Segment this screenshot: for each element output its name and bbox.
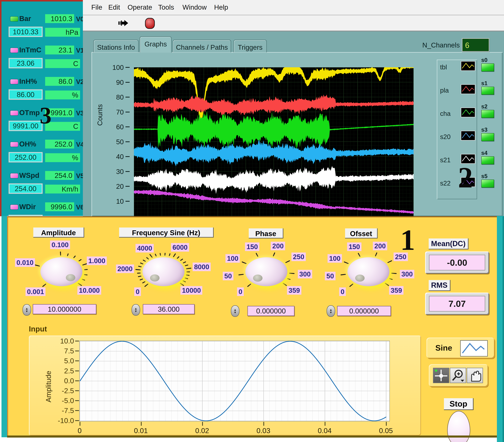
run-icon[interactable] xyxy=(118,18,129,28)
right-strip-shade xyxy=(503,216,504,442)
input-chart-plot[interactable] xyxy=(79,341,390,422)
zoom-tool-button[interactable] xyxy=(450,368,466,383)
knob-scale-2-250: 250 xyxy=(291,252,306,261)
graph-ytick-mark xyxy=(126,201,130,202)
knob-scale-3-100: 100 xyxy=(328,254,342,263)
input-ytick-mark xyxy=(75,380,79,381)
annotation-3: 3 xyxy=(40,104,52,127)
sensor-unit-WSpd: Km/h xyxy=(45,185,80,194)
legend-label-tbl: tbl xyxy=(440,63,447,71)
knob-scale-2-100: 100 xyxy=(226,254,240,263)
knob-scale-1-10000: 10000 xyxy=(180,286,202,295)
input-xtick-mark xyxy=(202,422,203,426)
knob-spinner-2[interactable]: ▲ ▼ xyxy=(231,305,239,317)
sensor-input-InTmC[interactable]: 23.06 xyxy=(9,59,42,68)
menu-item-tools[interactable]: Tools xyxy=(158,3,174,11)
sensor-led-WSpd xyxy=(10,173,18,178)
input-ytick-mark xyxy=(75,351,79,351)
knob-value-0[interactable]: 10.000000 xyxy=(33,304,96,314)
channel-led-label-s0: s0 xyxy=(481,57,487,63)
panel-border-bottom xyxy=(7,436,497,438)
toolbar xyxy=(83,15,504,31)
menu-item-window[interactable]: Window xyxy=(182,3,207,11)
signal-type-selector[interactable]: Sine xyxy=(427,337,495,358)
knob-scale-3-359: 359 xyxy=(389,286,404,295)
sensor-vlabel-OH%: V4 xyxy=(76,141,83,148)
sensor-input-OTmp[interactable]: 9991.00 xyxy=(9,122,42,130)
knob-scale-0-1.000: 1.000 xyxy=(87,257,107,265)
sensor-input-InH%[interactable]: 86.00 xyxy=(9,90,42,99)
knob-scale-3-200: 200 xyxy=(373,242,387,250)
sensor-input-OH%[interactable]: 252.00 xyxy=(9,153,42,161)
input-ytick--2.5: -2.5 xyxy=(52,387,74,395)
channel-led-label-s3: s3 xyxy=(481,127,487,133)
sensor-input-WSpd[interactable]: 254.00 xyxy=(9,184,42,193)
input-ytick-0.0: 0.0 xyxy=(52,377,74,385)
legend-swatch-s20[interactable] xyxy=(461,131,475,141)
knob-spinner-3[interactable]: ▲ ▼ xyxy=(326,305,335,317)
channel-led-s4 xyxy=(481,156,494,164)
knob-spinner-0[interactable]: ▲ ▼ xyxy=(22,304,31,316)
knob-0[interactable] xyxy=(40,257,82,286)
mean-dc-indicator: -0.00 xyxy=(425,251,489,274)
sensor-input-Bar[interactable]: 1010.33 xyxy=(9,28,42,36)
input-ytick-2.5: 2.5 xyxy=(52,367,74,375)
knob-value-3[interactable]: 0.000000 xyxy=(337,306,391,316)
crosshair-tool-button[interactable] xyxy=(433,368,449,383)
tab-channels-paths[interactable]: Channels / Paths xyxy=(173,40,231,52)
input-ytick-mark xyxy=(75,410,79,411)
sensor-name-OH%: OH% xyxy=(19,140,36,148)
graph-ytick-50: 50 xyxy=(105,138,124,146)
graph-ytick-mark xyxy=(126,82,130,83)
menu-item-operate[interactable]: Operate xyxy=(127,3,152,11)
sensor-display-Bar: 1010.3 xyxy=(45,14,74,23)
knob-scale-0-0.010: 0.010 xyxy=(15,258,35,267)
knob-spinner-1[interactable]: ▲ ▼ xyxy=(132,304,140,316)
knob-value-1[interactable]: 36.000 xyxy=(143,304,195,314)
knob-scale-3-50: 50 xyxy=(325,272,335,280)
knob-value-2[interactable]: 0.000000 xyxy=(247,306,294,316)
knob-scale-2-0: 0 xyxy=(237,287,244,296)
sensor-vlabel-Bar: V0 xyxy=(76,15,83,23)
tab-triggers[interactable]: Triggers xyxy=(234,40,267,52)
n-channels-label: N_Channels xyxy=(422,41,460,49)
menu-item-file[interactable]: File xyxy=(91,3,102,11)
sensor-input-WDir[interactable]: 9996.00 xyxy=(9,216,42,216)
rms-value: 7.07 xyxy=(429,296,485,312)
sensor-name-Bar: Bar xyxy=(19,15,31,23)
legend-swatch-tbl[interactable] xyxy=(461,61,475,71)
channel-led-label-s4: s4 xyxy=(481,150,487,156)
sensor-led-OH% xyxy=(10,142,18,147)
channel-led-s2 xyxy=(481,110,494,118)
menu-item-help[interactable]: Help xyxy=(214,3,228,11)
knob-2[interactable] xyxy=(245,257,287,286)
legend-label-s22: s22 xyxy=(440,179,450,187)
menu-bar: FileEditOperateToolsWindowHelp xyxy=(83,0,504,15)
sensor-unit-InTmC: C xyxy=(45,59,80,68)
knob-3[interactable] xyxy=(347,257,390,286)
sensor-display-InH%: 86.0 xyxy=(45,77,74,86)
knob-scale-1-4000: 4000 xyxy=(136,244,154,252)
pan-tool-button[interactable] xyxy=(467,368,483,383)
legend-swatch-cha[interactable] xyxy=(461,107,475,117)
sensor-unit-Bar: hPa xyxy=(45,28,80,37)
knob-1[interactable] xyxy=(143,257,184,286)
tab-stations-info[interactable]: Stations Info xyxy=(93,40,139,52)
abort-button-icon[interactable] xyxy=(145,18,155,29)
sensor-vlabel-WDir: V6 xyxy=(76,204,83,211)
channel-led-s5 xyxy=(481,179,494,188)
knob-scale-0-10.000: 10.000 xyxy=(77,286,101,295)
input-xtick-0.02: 0.02 xyxy=(195,427,209,435)
sensor-name-WDir: WDir xyxy=(19,203,36,211)
knob-scale-3-0: 0 xyxy=(339,287,346,296)
labview-front-panel-figure: FileEditOperateToolsWindowHelp Stations … xyxy=(0,0,504,442)
signal-type-label: Sine xyxy=(435,343,452,352)
waveform-graph-plot[interactable] xyxy=(134,67,414,216)
tab-graphs[interactable]: Graphs xyxy=(140,36,172,53)
sensor-led-InTmC xyxy=(10,48,18,53)
menu-item-edit[interactable]: Edit xyxy=(108,3,120,11)
legend-swatch-pla[interactable] xyxy=(461,84,475,94)
graph-ytick-70: 70 xyxy=(105,108,124,116)
channel-led-label-s2: s2 xyxy=(481,103,487,110)
knob-label-0: Amplitude xyxy=(33,228,84,238)
